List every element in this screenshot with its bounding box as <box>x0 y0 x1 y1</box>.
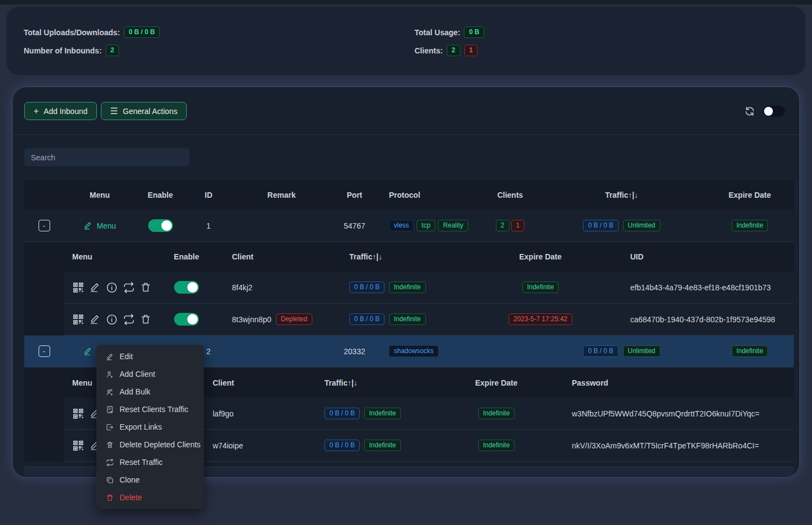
qrcode-icon[interactable] <box>72 282 84 294</box>
export-links-icon <box>106 423 114 431</box>
traffic-limit-badge: Indefinite <box>364 408 401 419</box>
traffic-limit-badge: Unlimited <box>623 345 661 357</box>
delete-icon[interactable] <box>140 282 151 293</box>
edit-pencil-icon[interactable] <box>89 282 101 293</box>
qrcode-icon[interactable] <box>72 408 84 420</box>
traffic-badge: 0 B / 0 B <box>583 345 618 357</box>
expire-badge: Indefinite <box>478 408 515 419</box>
top-strip <box>0 0 812 4</box>
stat-clients-depleted-badge: 1 <box>464 45 478 56</box>
inbounds-table-header: Menu Enable ID Remark Port Protocol Clie… <box>24 180 794 210</box>
menu-item-delete[interactable]: Delete <box>96 489 204 506</box>
stat-value-badge: 0 B <box>464 26 484 38</box>
header-expire-date: Expire Date <box>458 252 623 261</box>
qrcode-icon[interactable] <box>72 440 84 452</box>
stat-label: Total Usage: <box>415 28 461 37</box>
stat-value-badge: 2 <box>106 45 120 56</box>
client-password: nkV/I/3XoAm9v6xMT/T5IcrF4TpeTKF98rHARbRo… <box>557 441 794 450</box>
header-expire-date: Expire Date <box>706 191 794 199</box>
delete-depleted-clients-icon <box>106 441 114 449</box>
inbound-row-1[interactable]: - Menu 1 54767 vless tcp Reality 2 1 0 <box>24 210 794 242</box>
header-expire-date: Expire Date <box>436 378 557 387</box>
header-client: Client <box>199 378 309 387</box>
stat-label: Total Uploads/Downloads: <box>24 28 120 37</box>
header-enable: Enable <box>163 252 210 261</box>
clients-active-badge: 2 <box>496 220 510 231</box>
menu-item-edit[interactable]: Edit <box>96 348 204 365</box>
depleted-badge: Depleted <box>276 313 312 325</box>
expand-gutter <box>24 367 64 462</box>
inbound-1-clients-section: Menu Enable Client Traffic↑|↓ Expire Dat… <box>24 242 794 335</box>
stat-label: Clients: <box>415 46 443 55</box>
menu-item-clone[interactable]: Clone <box>96 471 204 489</box>
header-clients: Clients <box>483 191 538 199</box>
edit-pencil-icon <box>106 353 114 361</box>
toolbar: + Add Inbound ☰ General Actions <box>13 87 799 120</box>
menu-item-reset-traffic[interactable]: Reset Traffic <box>96 453 204 471</box>
inbound-id: 1 <box>185 221 232 230</box>
reset-traffic-icon[interactable] <box>123 313 135 326</box>
enable-toggle[interactable] <box>174 281 199 294</box>
expire-badge: Indefinite <box>732 220 768 231</box>
general-actions-label: General Actions <box>123 107 177 116</box>
header-id: ID <box>185 191 232 199</box>
client-password: w3NfbzUPf5WWd745Q8pvsmQrdrttT2IO6knuI7Di… <box>557 409 794 418</box>
inbound-port: 54767 <box>331 221 378 230</box>
expire-badge: Indefinite <box>478 440 515 451</box>
menu-item-delete-depleted-clients[interactable]: Delete Depleted Clients <box>96 436 204 453</box>
client-name: laf9go <box>199 409 309 418</box>
inbound-port: 20332 <box>331 347 378 356</box>
dark-mode-toggle[interactable] <box>763 106 785 117</box>
protocol-tag: tcp <box>416 220 435 231</box>
header-protocol: Protocol <box>378 191 483 199</box>
header-client: Client <box>210 252 331 261</box>
collapse-button[interactable]: - <box>39 220 50 231</box>
reset-clients-traffic-icon <box>106 405 114 414</box>
reset-traffic-icon[interactable] <box>123 282 135 294</box>
traffic-limit-badge: Unlimited <box>623 220 661 231</box>
client-row-8t3wjnn8p0: 8t3wjnn8p0 Depleted 0 B / 0 B Indefinite… <box>64 304 794 335</box>
header-traffic[interactable]: Traffic↑|↓ <box>538 191 706 199</box>
expire-badge: Indefinite <box>522 282 559 293</box>
collapse-button[interactable]: - <box>39 345 50 357</box>
info-icon[interactable] <box>106 313 118 326</box>
traffic-limit-badge: Indefinite <box>364 440 401 451</box>
reset-traffic-icon <box>106 458 114 467</box>
expand-gutter <box>24 242 64 335</box>
edit-pencil-icon[interactable] <box>89 313 101 325</box>
traffic-badge: 0 B / 0 B <box>349 282 385 293</box>
header-traffic[interactable]: Traffic↑|↓ <box>331 252 458 261</box>
stat-total-usage: Total Usage: 0 B <box>415 26 806 38</box>
header-menu: Menu <box>64 252 163 261</box>
general-actions-button[interactable]: ☰ General Actions <box>101 102 187 120</box>
row-menu-button[interactable]: Menu <box>83 221 116 230</box>
add-client-icon <box>106 370 114 378</box>
header-traffic[interactable]: Traffic↑|↓ <box>309 378 436 387</box>
delete-icon <box>106 494 114 502</box>
info-icon[interactable] <box>106 282 118 294</box>
enable-toggle[interactable] <box>174 313 199 326</box>
client-name: 8f4kj2 <box>210 283 331 292</box>
expire-badge: Indefinite <box>732 345 768 357</box>
menu-item-add-bulk[interactable]: Add Bulk <box>96 383 204 400</box>
delete-icon[interactable] <box>140 313 151 325</box>
client-name: w74ioipe <box>199 441 309 450</box>
header-port: Port <box>331 191 378 199</box>
menu-item-export-links[interactable]: Export Links <box>96 418 204 436</box>
toolbar-divider <box>13 134 799 135</box>
stats-panel: Total Uploads/Downloads: 0 B / 0 B Total… <box>7 7 805 75</box>
menu-lines-icon: ☰ <box>110 107 118 116</box>
enable-toggle[interactable] <box>148 219 173 232</box>
header-uid: UID <box>623 252 794 261</box>
search-input[interactable] <box>24 148 190 166</box>
stat-label: Number of Inbounds: <box>24 46 102 55</box>
refresh-icon[interactable] <box>744 106 755 117</box>
header-menu: Menu <box>64 191 136 199</box>
add-bulk-icon <box>106 388 114 396</box>
add-inbound-button[interactable]: + Add Inbound <box>24 102 97 120</box>
qrcode-icon[interactable] <box>72 313 84 326</box>
plus-icon: + <box>34 107 39 116</box>
menu-item-reset-clients-traffic[interactable]: Reset Clients Traffic <box>96 400 204 418</box>
menu-item-add-client[interactable]: Add Client <box>96 365 204 383</box>
protocol-tag: vless <box>389 220 414 231</box>
